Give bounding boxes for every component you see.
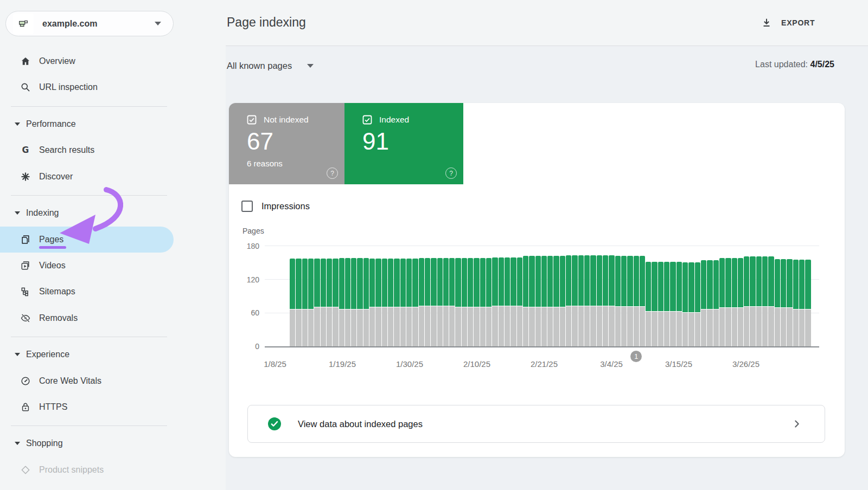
chart-bar[interactable] <box>787 246 792 346</box>
chart-bar[interactable] <box>468 246 473 346</box>
chart-bar[interactable] <box>603 246 608 346</box>
chart-bar[interactable] <box>449 246 455 346</box>
chart-bar[interactable] <box>462 246 467 346</box>
indexed-card[interactable]: Indexed 91 ? <box>344 103 463 184</box>
sidebar-item-product-snippets[interactable]: Product snippets <box>0 457 174 483</box>
help-icon[interactable]: ? <box>327 167 338 179</box>
chart-bar[interactable] <box>756 246 762 346</box>
chart-bar[interactable] <box>640 246 645 346</box>
chevron-right-icon[interactable] <box>792 419 802 429</box>
sidebar-item-url-inspection[interactable]: URL inspection <box>0 74 174 100</box>
chart-bar[interactable] <box>719 246 725 346</box>
chart-bar[interactable] <box>805 246 810 346</box>
impressions-checkbox[interactable] <box>241 201 253 212</box>
sidebar-item-pages[interactable]: Pages <box>0 227 174 253</box>
chart-bar[interactable] <box>474 246 479 346</box>
chart-bar[interactable] <box>750 246 755 346</box>
chart-bar[interactable] <box>725 246 731 346</box>
sidebar-item-sitemaps[interactable]: Sitemaps <box>0 279 174 305</box>
chart-bar[interactable] <box>670 246 675 346</box>
chart-bar[interactable] <box>314 246 320 346</box>
chart-bar[interactable] <box>510 246 516 346</box>
export-button[interactable]: EXPORT <box>761 13 815 33</box>
chart-bar[interactable] <box>553 246 559 346</box>
chart-bar[interactable] <box>627 246 633 346</box>
chart-bar[interactable] <box>793 246 799 346</box>
chart-bar[interactable] <box>499 246 504 346</box>
chart-bar[interactable] <box>333 246 338 346</box>
chart-bar[interactable] <box>290 246 295 346</box>
chart-bar[interactable] <box>302 246 308 346</box>
chart-bar[interactable] <box>437 246 443 346</box>
chart-bar[interactable] <box>547 246 553 346</box>
sidebar-item-discover[interactable]: Discover <box>0 164 174 190</box>
chart-bar[interactable] <box>615 246 621 346</box>
chart-bar[interactable] <box>505 246 510 346</box>
chart-bar[interactable] <box>621 246 627 346</box>
chart-bar[interactable] <box>744 246 749 346</box>
sidebar-item-search-results[interactable]: G Search results <box>0 137 174 163</box>
chart-bar[interactable] <box>400 246 406 346</box>
chart-bar[interactable] <box>590 246 596 346</box>
chart-bar[interactable] <box>369 246 375 346</box>
chart-bar[interactable] <box>609 246 614 346</box>
chart-bar[interactable] <box>572 246 577 346</box>
chart-bar[interactable] <box>492 246 497 346</box>
chart-bar[interactable] <box>321 246 326 346</box>
sidebar-section-indexing[interactable]: Indexing <box>0 200 174 226</box>
page-filter-dropdown[interactable]: All known pages <box>227 57 314 74</box>
chart-bar[interactable] <box>762 246 768 346</box>
view-indexed-data-link[interactable]: View data about indexed pages <box>247 405 825 443</box>
chart-bar[interactable] <box>345 246 350 346</box>
chart-bar[interactable] <box>781 246 786 346</box>
chart-bar[interactable] <box>682 246 688 346</box>
checkbox-checked-icon[interactable] <box>362 115 372 125</box>
chart-bar[interactable] <box>517 246 522 346</box>
chart-bar[interactable] <box>455 246 461 346</box>
chart-bar[interactable] <box>738 246 743 346</box>
chart-bar[interactable] <box>419 246 424 346</box>
chart-bar[interactable] <box>768 246 774 346</box>
chart-bar[interactable] <box>541 246 547 346</box>
chart-bar[interactable] <box>634 246 639 346</box>
chart-bar[interactable] <box>560 246 565 346</box>
chart-bar[interactable] <box>412 246 418 346</box>
chart-bar[interactable] <box>523 246 528 346</box>
sidebar-section-performance[interactable]: Performance <box>0 111 174 137</box>
impressions-toggle[interactable]: Impressions <box>241 201 310 212</box>
chart-bar[interactable] <box>382 246 387 346</box>
chart-bar[interactable] <box>707 246 712 346</box>
chart-bar[interactable] <box>406 246 412 346</box>
chart-bar[interactable] <box>351 246 356 346</box>
chart-bar[interactable] <box>357 246 362 346</box>
chart-bar[interactable] <box>732 246 737 346</box>
chart-bar[interactable] <box>799 246 805 346</box>
chart-bar[interactable] <box>339 246 344 346</box>
chart-bar[interactable] <box>695 246 700 346</box>
chart-bar[interactable] <box>775 246 780 346</box>
checkbox-checked-icon[interactable] <box>247 115 257 125</box>
chart-bar[interactable] <box>584 246 590 346</box>
chart-bar[interactable] <box>597 246 602 346</box>
chart-bar[interactable] <box>676 246 682 346</box>
chart-bar[interactable] <box>480 246 486 346</box>
chart-bar[interactable] <box>363 246 369 346</box>
chart-bar[interactable] <box>327 246 332 346</box>
chart-bar[interactable] <box>486 246 492 346</box>
sidebar-section-experience[interactable]: Experience <box>0 341 174 368</box>
sidebar-item-core-web-vitals[interactable]: Core Web Vitals <box>0 368 174 394</box>
sidebar-item-overview[interactable]: Overview <box>0 48 174 74</box>
chart-bar[interactable] <box>701 246 706 346</box>
chart-bar[interactable] <box>425 246 430 346</box>
chart-bar[interactable] <box>646 246 651 346</box>
sidebar-item-removals[interactable]: Removals <box>0 305 174 331</box>
chart-bar[interactable] <box>713 246 719 346</box>
help-icon[interactable]: ? <box>445 167 457 179</box>
chart-bar[interactable] <box>443 246 449 346</box>
chart-bar[interactable] <box>394 246 399 346</box>
chart-bar[interactable] <box>431 246 436 346</box>
chart-bar[interactable] <box>658 246 663 346</box>
chart-bar[interactable] <box>566 246 571 346</box>
chart-bar[interactable] <box>652 246 657 346</box>
chart-bar[interactable] <box>578 246 584 346</box>
